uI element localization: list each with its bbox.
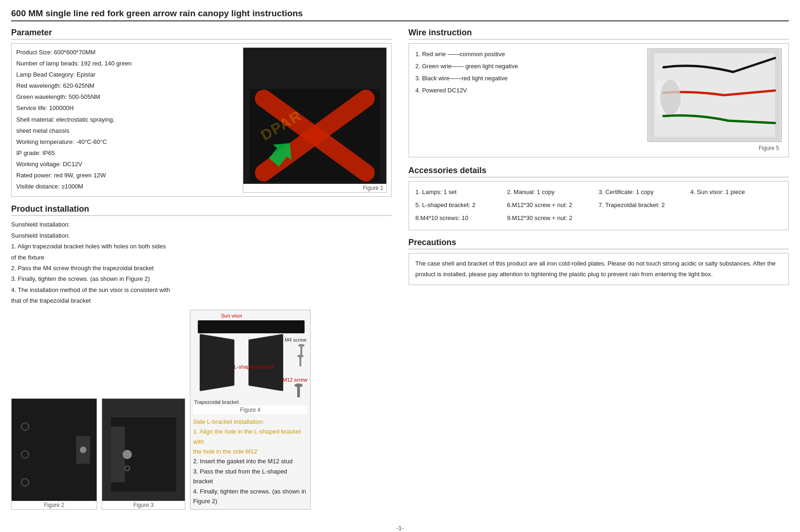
accessories-row: 1. Lamps: 1 set2. Manual: 1 copy3. Certi… <box>416 186 782 198</box>
precautions-title: Precautions <box>409 238 789 249</box>
accessories-cell <box>690 199 782 211</box>
wire-item: 2. Green wrie—— green light negative <box>416 60 638 72</box>
spec-item: Rated power: red 9W, green 12W <box>16 170 236 181</box>
figure4-content: Sun visor M4 screw <box>193 313 307 406</box>
accessories-title: Accessories details <box>409 166 789 177</box>
precautions-text: The case shell and bracket of this produ… <box>416 258 782 280</box>
figure3-svg <box>102 399 185 501</box>
parameter-specs: Product Size: 600*600*70MMNumber of lamp… <box>16 47 236 193</box>
spec-item: Number of lamp beads: 192 red, 140 green <box>16 58 236 69</box>
m12-screw-label: M12 screw <box>283 377 307 383</box>
side-step: Figure 2) <box>193 496 307 506</box>
figure3-box: Figure 3 <box>102 398 185 510</box>
led-display: DPAR <box>250 89 380 182</box>
accessories-row: 8.M4*10 screws: 109.M12*30 screw + nut: … <box>416 212 782 224</box>
side-step: 2. Insert the gasket into the M12 stud <box>193 456 307 466</box>
svg-point-26 <box>660 80 681 115</box>
wire-title: Wire instruction <box>409 28 789 39</box>
install-step: 2. Pass the M4 screw through the trapezo… <box>11 263 392 273</box>
accessories-cell: 4. Sun visor: 1 piece <box>690 186 782 198</box>
figure5-caption: Figure 5 <box>647 144 782 152</box>
page-number: -1- <box>11 525 789 532</box>
bracket-right <box>248 334 283 391</box>
accessories-cell: 6.M12*30 screw + nut: 2 <box>507 199 598 211</box>
install-step: 4. The installation method of the sun vi… <box>11 285 392 295</box>
figure2-caption: Figure 2 <box>12 501 97 509</box>
spec-item: Visible distance: ≥1000M <box>16 182 236 192</box>
accessories-cell <box>690 212 782 224</box>
figure2-svg <box>11 399 97 501</box>
wire-content: 1. Red wrie ——common positive2. Green wr… <box>409 43 789 157</box>
precautions-section: Precautions The case shell and bracket o… <box>409 238 789 285</box>
led-x-svg <box>250 89 380 182</box>
accessories-cell <box>598 212 690 224</box>
side-step: 3. Pass the stud from the L-shaped brack… <box>193 467 307 487</box>
svg-point-10 <box>80 447 86 453</box>
accessories-cell: 7. Trapezoidal bracket: 2 <box>598 199 690 211</box>
parameter-title: Parameter <box>11 28 392 39</box>
wire-image-container: Figure 5 <box>647 48 782 152</box>
accessories-content: 1. Lamps: 1 set2. Manual: 1 copy3. Certi… <box>409 181 789 230</box>
parameter-content: Product Size: 600*600*70MMNumber of lamp… <box>11 43 392 197</box>
wire-item: 4. Powered DC12V <box>416 84 638 97</box>
sun-visor-shape <box>198 320 305 333</box>
spec-item: IP grade: IP65 <box>16 148 236 158</box>
figure1-caption: Figure 1 <box>243 184 386 192</box>
trapezoidal-bracket-label: Trapezoidal bracket <box>194 399 239 405</box>
accessories-cell: 3. Certificate: 1 copy <box>598 186 690 198</box>
wire-svg <box>650 49 780 142</box>
sunshield-title: Sunshield Installation: <box>11 231 392 240</box>
spec-item: Green wavelength: 500-505NM <box>16 92 236 102</box>
accessories-cell: 2. Manual: 1 copy <box>507 186 598 198</box>
parameter-section: Parameter Product Size: 600*600*70MMNumb… <box>11 28 392 197</box>
svg-rect-20 <box>299 356 301 366</box>
m4-screw-label: M4 screw <box>285 337 306 343</box>
installation-text: Sunshield Installation: Sunshield Instal… <box>11 220 392 306</box>
precautions-content: The case shell and bracket of this produ… <box>409 253 789 285</box>
installation-section: Product installation Sunshield Installat… <box>11 204 392 509</box>
accessories-cell: 8.M4*10 screws: 10 <box>416 212 507 224</box>
wire-image-box <box>647 48 782 142</box>
accessories-cell: 9.M12*30 screw + nut: 2 <box>507 212 598 224</box>
figure1-box: DPAR Figure 1 <box>243 47 387 193</box>
side-step: 4. Finally, tighten the screws. (as show… <box>193 487 307 496</box>
spec-item: Product Size: 600*600*70MM <box>16 47 236 58</box>
figure2-box: Figure 2 <box>11 398 97 510</box>
bracket-left <box>200 334 234 391</box>
spec-item: Shell material: electrostatic spraying, <box>16 115 236 125</box>
spec-item: Red wavelength: 620-625NM <box>16 81 236 91</box>
accessories-row: 5. L-shaped bracket: 26.M12*30 screw + n… <box>416 199 782 211</box>
install-step: 1. Align trapezoidal bracket holes with … <box>11 241 392 251</box>
side-step: 1. Align the hole in the L-shaped bracke… <box>193 427 307 447</box>
spec-item: Service life: 100000H <box>16 103 236 113</box>
figure4-box: Sun visor M4 screw <box>190 310 311 510</box>
install-step: that of the trapezoidal bracket <box>11 296 392 305</box>
page-title: 600 MM single line red fork green arrow … <box>11 8 789 21</box>
wire-section: Wire instruction 1. Red wrie ——common po… <box>409 28 789 157</box>
l-bracket-label: L-shaped bracket <box>234 364 273 370</box>
wire-text: 1. Red wrie ——common positive2. Green wr… <box>416 48 638 97</box>
install-step: of the fixture <box>11 253 392 262</box>
spec-item: sheet metal chassis <box>16 126 236 136</box>
spec-item: Lamp Bead Category: Epistar <box>16 70 236 80</box>
m12-screw-icon <box>293 383 304 398</box>
accessories-cell: 1. Lamps: 1 set <box>416 186 507 198</box>
sun-visor-label: Sun visor <box>221 313 242 318</box>
figure4-caption: Figure 4 <box>193 406 307 414</box>
spec-item: Working temperature: -40°C-60°C <box>16 137 236 147</box>
wire-item: 1. Red wrie ——common positive <box>416 48 638 60</box>
svg-rect-22 <box>297 385 300 397</box>
figure3-caption: Figure 3 <box>102 501 185 509</box>
wire-item: 3. Black wire——red light negative <box>416 72 638 84</box>
spec-item: Working voltage: DC12V <box>16 159 236 169</box>
side-step: the hole in the side M12 <box>193 447 307 456</box>
sunshield-title: Sunshield Installation: <box>11 220 392 229</box>
m4-screw-icon2 <box>296 354 305 368</box>
accessories-section: Accessories details 1. Lamps: 1 set2. Ma… <box>409 166 789 230</box>
installation-images: Figure 2 Figure 3 <box>11 310 392 510</box>
side-install-text: Side L-bracket installation:1. Align the… <box>193 417 307 506</box>
installation-title: Product installation <box>11 204 392 216</box>
accessories-cell: 5. L-shaped bracket: 2 <box>416 199 507 211</box>
install-step: 3. Finally, tighten the screws. (as show… <box>11 274 392 284</box>
svg-point-15 <box>123 450 132 459</box>
